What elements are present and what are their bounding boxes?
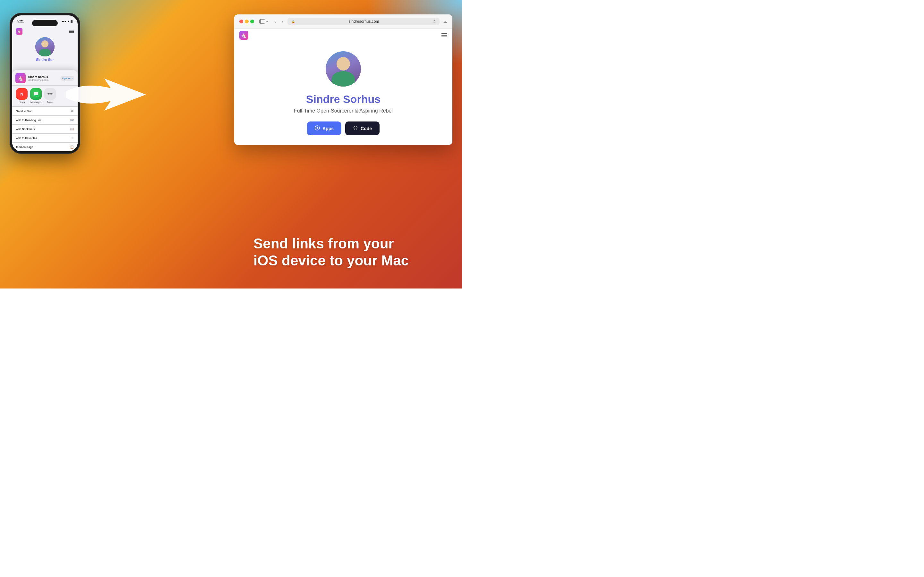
phone-unicorn-icon: 🦄: [16, 28, 23, 35]
status-time: 5:21: [17, 19, 24, 23]
code-button[interactable]: Code: [345, 121, 380, 135]
signal-icon: ●●●: [61, 20, 66, 23]
browser-content: Sindre Sorhus Full-Time Open-Sourcerer &…: [234, 42, 452, 145]
browser-window: ▾ ‹ › 🔒 sindresorhus.com ↺ ☁ 🦄: [234, 15, 452, 145]
find-on-page-label: Find on Page…: [16, 145, 36, 149]
url-text: sindresorhus.com: [297, 19, 431, 24]
phone-webpage: 🦄 Sindre Sor: [12, 26, 78, 65]
browser-avatar: [326, 51, 361, 87]
news-label: News: [19, 101, 25, 103]
code-button-icon: [353, 125, 358, 131]
share-site-icon: 🦄: [15, 73, 26, 83]
person-head: [41, 40, 48, 47]
headline-line1: Send links from your: [254, 235, 394, 251]
fullscreen-button[interactable]: [250, 19, 254, 23]
svg-point-4: [317, 127, 318, 129]
lock-icon: 🔒: [291, 20, 295, 23]
add-favorites-label: Add to Favorites: [16, 137, 37, 140]
browser-hamburger-button[interactable]: [441, 33, 447, 37]
status-icons: ●●● ▲ ▓: [61, 20, 73, 23]
news-app-icon: N: [16, 88, 27, 100]
phone-avatar: [35, 37, 55, 56]
browser-person-head: [336, 57, 350, 71]
star-icon: ☆: [71, 136, 74, 140]
sidebar-panel: [260, 19, 261, 23]
traffic-lights: [239, 19, 254, 23]
arrow-graphic: [59, 63, 149, 127]
back-button[interactable]: ‹: [273, 18, 277, 25]
sidebar-icon: [259, 19, 265, 24]
browser-person-subtitle: Full-Time Open-Sourcerer & Aspiring Rebe…: [294, 108, 393, 114]
reload-button[interactable]: ↺: [433, 19, 436, 24]
share-site-info: Sindre Sorhus sindresorhus.com: [28, 75, 58, 81]
apps-button-icon: [315, 125, 320, 131]
find-icon: 📋: [70, 145, 74, 149]
browser-toolbar: ▾ ‹ › 🔒 sindresorhus.com ↺ ☁: [234, 15, 452, 29]
browser-person-body: [332, 71, 355, 87]
more-label: More: [47, 101, 53, 103]
phone-avatar-img: [35, 37, 55, 56]
add-bookmark-label: Add Bookmark: [16, 127, 35, 131]
browser-unicorn-logo: 🦄: [239, 31, 248, 40]
browser-action-buttons: Apps Code: [307, 121, 380, 135]
battery-icon: ▓: [71, 20, 73, 23]
person-body: [39, 49, 51, 56]
share-menu-find-on-page[interactable]: Find on Page… 📋: [12, 143, 78, 151]
send-to-mac-label: Send to Mac: [16, 110, 32, 113]
apps-button-label: Apps: [322, 126, 334, 131]
bookmark-icon: 📖: [70, 127, 74, 131]
more-app-icon: •••: [44, 88, 56, 100]
cloud-button[interactable]: ☁: [443, 19, 447, 24]
address-bar[interactable]: 🔒 sindresorhus.com ↺: [288, 18, 439, 25]
minimize-button[interactable]: [245, 19, 249, 23]
share-app-news[interactable]: N News: [16, 88, 27, 103]
browser-container: ▾ ‹ › 🔒 sindresorhus.com ↺ ☁ 🦄: [234, 15, 452, 145]
browser-avatar-img: [326, 51, 361, 87]
phone-nav-bar: 🦄: [16, 28, 74, 35]
svg-text:N: N: [20, 92, 23, 97]
forward-button[interactable]: ›: [280, 18, 284, 25]
browser-page-nav: 🦄: [234, 29, 452, 42]
phone-notch: [32, 20, 58, 26]
chevron-down-icon: ▾: [266, 20, 268, 23]
share-site-name: Sindre Sorhus: [28, 75, 58, 79]
share-app-more[interactable]: ••• More: [44, 88, 56, 103]
headline-line2: iOS device to your Mac: [254, 253, 409, 268]
sidebar-toggle-button[interactable]: ▾: [257, 18, 270, 25]
phone-person-name: Sindre Sor: [36, 58, 54, 61]
phone-hamburger: [69, 30, 74, 33]
share-app-messages[interactable]: Messages: [30, 88, 42, 103]
share-site-url: sindresorhus.com: [28, 79, 58, 81]
code-button-label: Code: [360, 126, 372, 131]
browser-person-name: Sindre Sorhus: [306, 93, 381, 105]
headline-container: Send links from your iOS device to your …: [254, 235, 452, 269]
messages-label: Messages: [31, 101, 41, 103]
apps-button[interactable]: Apps: [307, 121, 341, 135]
headline-text: Send links from your iOS device to your …: [254, 235, 452, 269]
wifi-icon: ▲: [67, 20, 69, 23]
reading-list-label: Add to Reading List: [16, 119, 41, 122]
share-menu-favorites[interactable]: Add to Favorites ☆: [12, 134, 78, 143]
close-button[interactable]: [239, 19, 243, 23]
messages-app-icon: [30, 88, 42, 100]
